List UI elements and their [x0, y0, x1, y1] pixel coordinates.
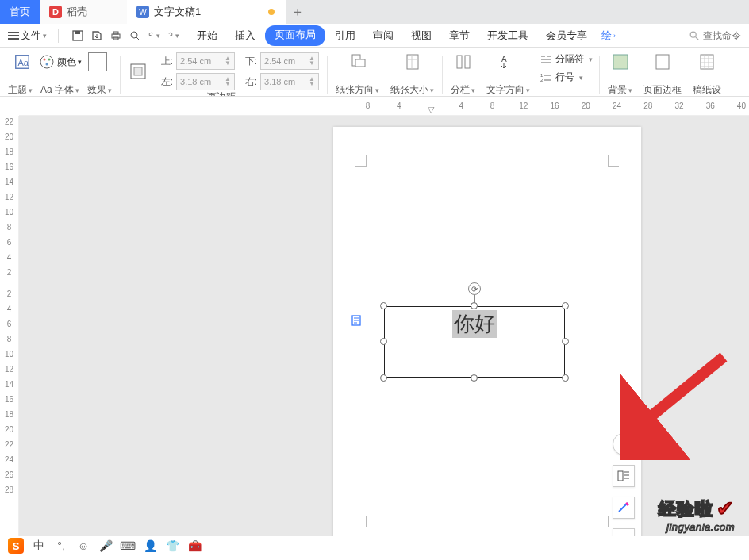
ime-lang[interactable]: 中 [32, 539, 46, 553]
anchor-icon [351, 314, 362, 327]
undo-button[interactable] [148, 29, 160, 42]
wrap-text-button[interactable] [613, 465, 635, 487]
menu-chapter[interactable]: 章节 [441, 25, 478, 46]
outline-button[interactable] [613, 497, 635, 519]
page-border-icon[interactable] [653, 52, 672, 71]
resize-handle[interactable] [380, 338, 387, 345]
textbox[interactable]: 你好 [384, 306, 565, 378]
menu-more[interactable]: 绘› [597, 29, 620, 43]
command-search[interactable] [689, 30, 746, 41]
tab-home[interactable]: 首页 [0, 0, 40, 24]
ime-person-icon[interactable]: 👤 [143, 539, 157, 553]
background-dropdown[interactable]: 背景 [608, 83, 632, 97]
page-border-button[interactable]: 页面边框 [643, 83, 682, 97]
resize-handle[interactable] [471, 374, 478, 382]
margin-icon[interactable] [129, 62, 148, 81]
ruler-tick: 16 [5, 395, 13, 404]
orientation-icon[interactable] [348, 52, 367, 71]
menu-devtools[interactable]: 开发工具 [479, 25, 536, 46]
resize-handle[interactable] [562, 302, 569, 309]
ruler-indent-marker[interactable]: ▽ [428, 105, 434, 115]
paper-size-dropdown[interactable]: 纸张大小 [390, 83, 434, 97]
margin-corner-icon [355, 516, 367, 527]
page[interactable]: ⟳ 你好 [333, 127, 641, 536]
ruler-horizontal[interactable]: 84481216202428323640 ▽ [19, 102, 749, 116]
resize-handle[interactable] [380, 374, 387, 382]
theme-icon[interactable]: Aa [13, 52, 32, 71]
menu-view[interactable]: 视图 [403, 25, 440, 46]
ime-emoji-icon[interactable]: ☺ [76, 539, 90, 553]
columns-dropdown[interactable]: 分栏 [451, 83, 475, 97]
sogou-icon[interactable]: S [8, 538, 24, 554]
margin-right-label: 右: [238, 75, 257, 89]
effect-dropdown[interactable]: 效果 [87, 83, 112, 97]
svg-rect-18 [457, 56, 462, 68]
file-menu-button[interactable]: 文件 ▾ [3, 29, 52, 43]
resize-handle[interactable] [562, 374, 569, 382]
ruler-tick: 2 [7, 290, 12, 298]
ruler-tick: 8 [360, 102, 375, 110]
preview-icon[interactable] [129, 29, 141, 42]
ime-skin-icon[interactable]: 👕 [165, 539, 179, 553]
margin-left-input[interactable]: 3.18 cm▲▼ [176, 73, 235, 90]
manuscript-icon[interactable] [697, 52, 716, 71]
menu-start[interactable]: 开始 [189, 25, 225, 46]
background-icon[interactable] [611, 52, 630, 71]
tab-docer[interactable]: D 稻壳 [40, 0, 127, 24]
save-icon[interactable] [71, 29, 84, 42]
ruler-tick: 4 [7, 253, 12, 262]
group-manuscript: 稿纸设 [688, 52, 726, 97]
paper-size-icon[interactable] [403, 52, 422, 71]
group-margins: 上: 2.54 cm▲▼ 下: 2.54 cm▲▼ 左: 3.18 cm▲▼ 右… [124, 52, 324, 97]
ruler-vertical[interactable]: 2220181614121086422468101214161820222426… [0, 116, 19, 536]
ruler-tick: 14 [5, 380, 13, 389]
menu-member[interactable]: 会员专享 [538, 25, 595, 46]
ribbon: Aa 颜色▾ 主题 Aa 字体 效果 上: 2.54 cm▲▼ 下: 2.54 … [0, 48, 749, 97]
search-input[interactable] [703, 30, 743, 41]
breaks-dropdown[interactable]: 分隔符 [540, 52, 593, 66]
ime-toolbox-icon[interactable]: 🧰 [187, 539, 202, 553]
menu-insert[interactable]: 插入 [227, 25, 263, 46]
tab-add[interactable]: ＋ [286, 0, 309, 24]
margin-top-input[interactable]: 2.54 cm▲▼ [176, 52, 235, 70]
color-button[interactable]: 颜色▾ [38, 53, 82, 71]
ruler-tick: 10 [5, 208, 13, 217]
redo-button[interactable] [167, 29, 179, 42]
resize-handle[interactable] [380, 302, 387, 309]
columns-icon[interactable] [454, 52, 473, 71]
theme-dropdown[interactable]: 主题 [8, 83, 33, 97]
textbox-selection[interactable]: ⟳ 你好 [384, 306, 565, 378]
resize-handle[interactable] [562, 338, 569, 345]
group-paper-size: 纸张大小 [386, 52, 439, 97]
margin-bottom-input[interactable]: 2.54 cm▲▼ [260, 52, 319, 70]
resize-handle[interactable] [471, 302, 478, 309]
ruler-tick: 12 [5, 365, 13, 374]
ime-keyboard-icon[interactable]: ⌨ [121, 539, 135, 553]
fill-button[interactable] [613, 528, 635, 536]
separator [58, 29, 59, 43]
line-number-dropdown[interactable]: 12行号 [540, 71, 593, 84]
margin-right-input[interactable]: 3.18 cm▲▼ [260, 73, 319, 90]
menu-review[interactable]: 审阅 [365, 25, 401, 46]
ime-voice-icon[interactable]: 🎤 [98, 539, 113, 553]
export-icon[interactable] [90, 29, 103, 42]
tab-document[interactable]: W 文字文稿1 [127, 0, 286, 24]
margin-corner-icon [608, 155, 619, 167]
textbox-text[interactable]: 你好 [452, 310, 497, 338]
rotate-handle[interactable]: ⟳ [468, 282, 481, 295]
ime-punct-icon[interactable]: °, [54, 539, 68, 553]
collapse-button[interactable]: – [613, 433, 635, 455]
text-direction-icon[interactable]: A [499, 52, 518, 71]
effect-icon[interactable] [88, 52, 107, 71]
page-margin-dropdown[interactable]: 页边距 [207, 90, 241, 97]
margin-bottom-label: 下: [238, 55, 257, 68]
text-direction-dropdown[interactable]: 文字方向 [486, 83, 530, 97]
ruler-tick: 6 [7, 238, 12, 247]
menu-reference[interactable]: 引用 [327, 25, 363, 46]
print-icon[interactable] [109, 29, 122, 42]
menu-page-layout[interactable]: 页面布局 [265, 25, 325, 46]
svg-point-11 [48, 59, 51, 61]
paper-direction-dropdown[interactable]: 纸张方向 [336, 83, 379, 97]
font-dropdown[interactable]: Aa 字体 [40, 83, 79, 97]
manuscript-button[interactable]: 稿纸设 [693, 83, 721, 97]
